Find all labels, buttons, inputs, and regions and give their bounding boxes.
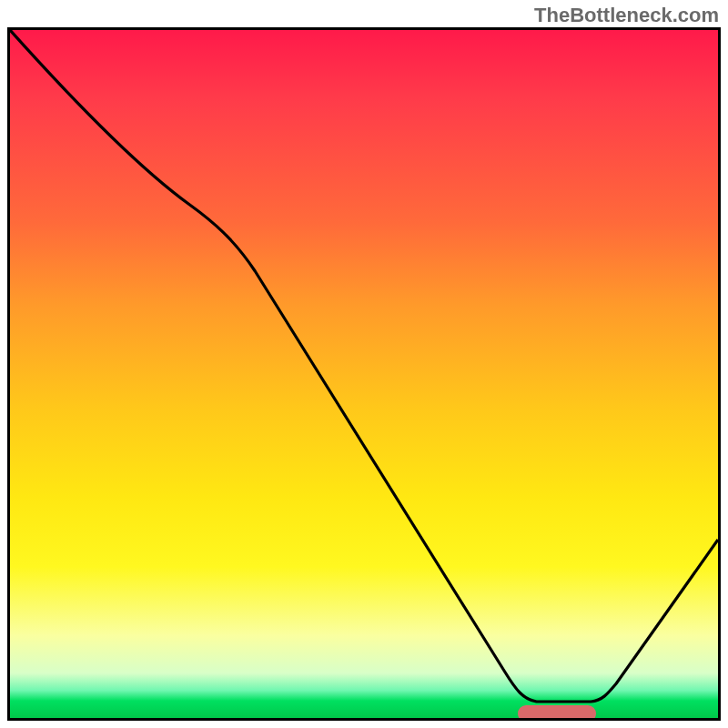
bottleneck-curve-path — [10, 30, 718, 702]
optimal-range-marker — [518, 705, 596, 721]
watermark-text: TheBottleneck.com — [534, 4, 719, 27]
bottleneck-curve-svg — [10, 30, 718, 718]
chart-frame — [7, 27, 721, 721]
